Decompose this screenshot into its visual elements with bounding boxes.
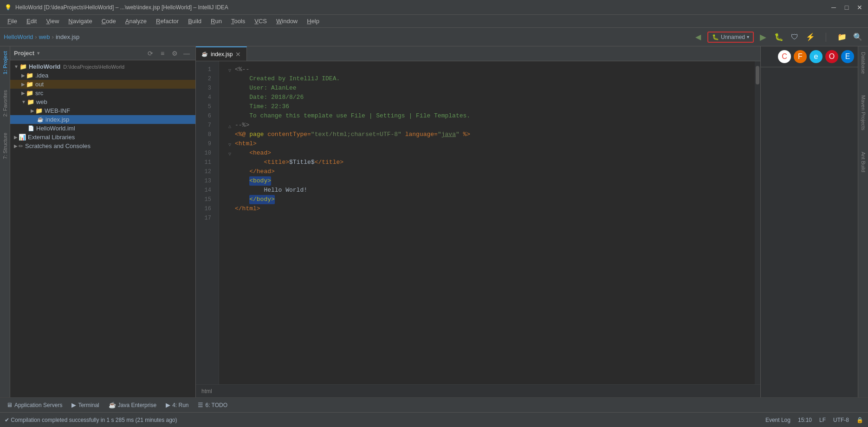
javaee-tab[interactable]: ☕ Java Enterprise: [105, 400, 160, 410]
tree-extlib[interactable]: ▶ 📊 External Libraries: [10, 133, 195, 142]
menu-view[interactable]: View: [42, 16, 63, 26]
breadcrumb-project[interactable]: HelloWorld: [4, 33, 33, 40]
menu-window[interactable]: Window: [272, 16, 301, 26]
tree-webinf[interactable]: ▶ 📁 WEB-INF: [10, 106, 195, 115]
menu-analyze[interactable]: Analyze: [122, 16, 150, 26]
close-button[interactable]: ✕: [856, 4, 863, 11]
menu-navigate[interactable]: Navigate: [65, 16, 96, 26]
menu-run[interactable]: Run: [207, 16, 226, 26]
debug-button[interactable]: 🐛: [772, 31, 785, 44]
title-bar-left: 💡 HelloWorld [D:\IdeaProjects\HelloWorld…: [5, 4, 228, 11]
code-editor[interactable]: 12345 678910 1112131415 1617 ▽ <%-- Crea…: [196, 61, 755, 384]
ant-tab[interactable]: Ant Build: [860, 148, 867, 176]
favorites-strip-tab[interactable]: 2: Favorites: [1, 87, 9, 119]
edge-icon[interactable]: E: [841, 50, 854, 63]
coverage-button[interactable]: 🛡: [788, 31, 801, 44]
tree-root[interactable]: ▼ 📁 HelloWorld D:\IdeaProjects\HelloWorl…: [10, 62, 195, 71]
vertical-scrollbar[interactable]: [755, 61, 760, 384]
minimize-panel-button[interactable]: —: [181, 48, 192, 58]
out-arrow: ▶: [21, 82, 25, 87]
cursor-position[interactable]: 15:10: [798, 417, 812, 423]
menu-vcs[interactable]: VCS: [251, 16, 271, 26]
tab-close-button[interactable]: ✕: [235, 51, 241, 58]
separator1: │: [820, 31, 833, 44]
terminal-tab[interactable]: ▶ Terminal: [68, 400, 103, 410]
settings-button[interactable]: ⚙: [169, 48, 180, 58]
fold-16: [227, 206, 233, 212]
database-tab[interactable]: Database: [860, 48, 867, 78]
tree-web[interactable]: ▼ 📁 web: [10, 97, 195, 106]
maximize-button[interactable]: □: [843, 4, 850, 11]
search-everywhere[interactable]: 🔍: [851, 31, 864, 44]
project-header-left: Project ▾: [14, 50, 39, 57]
idea-label: .idea: [35, 72, 48, 79]
minimize-button[interactable]: ─: [830, 4, 837, 11]
status-text: Compilation completed successfully in 1 …: [11, 417, 177, 423]
code-line-9: ▽ <html>: [227, 139, 747, 149]
fold-1[interactable]: ▽: [227, 66, 233, 73]
run-config-button[interactable]: 🐛 Unnamed ▾: [707, 32, 754, 43]
menu-code[interactable]: Code: [98, 16, 120, 26]
tree-helloitml[interactable]: 📄 HelloWorld.iml: [10, 124, 195, 133]
todo-label: 6: TODO: [205, 402, 227, 408]
appservers-icon: 🖥: [6, 401, 13, 408]
scrollbar-thumb[interactable]: [756, 66, 759, 84]
run-button[interactable]: ▶: [757, 31, 770, 44]
fold-10[interactable]: ▽: [227, 150, 233, 156]
breadcrumb-web[interactable]: web: [39, 33, 50, 40]
fold-11: [227, 159, 233, 166]
run-config-dropdown[interactable]: ▾: [747, 34, 749, 39]
encoding[interactable]: UTF-8: [833, 417, 849, 423]
status-right: Event Log 15:10 LF UTF-8 🔒: [765, 417, 863, 423]
appservers-tab[interactable]: 🖥 Application Servers: [3, 400, 66, 410]
fold-9[interactable]: ▽: [227, 141, 233, 147]
fold-7[interactable]: △: [227, 122, 233, 129]
chrome-icon[interactable]: C: [778, 50, 791, 63]
tree-indexjsp[interactable]: ☕ index.jsp: [10, 115, 195, 124]
line-ending[interactable]: LF: [819, 417, 826, 423]
browser3-icon[interactable]: e: [810, 50, 823, 63]
vcs-button[interactable]: 📁: [836, 31, 849, 44]
todo-icon: ☰: [198, 401, 203, 408]
run-config-arrow-left[interactable]: ◀: [692, 31, 705, 44]
tree-out[interactable]: ▶ 📁 out: [10, 80, 195, 89]
tree-idea[interactable]: ▶ 📁 .idea: [10, 71, 195, 80]
webinf-label: WEB-INF: [45, 107, 70, 114]
fold-13: [227, 178, 233, 184]
structure-strip-tab[interactable]: 7: Structure: [1, 130, 9, 162]
opera-icon[interactable]: O: [825, 50, 838, 63]
toolbar-right: ◀ 🐛 Unnamed ▾ ▶ 🐛 🛡 ⚡ │ 📁 🔍: [692, 31, 864, 44]
firefox-icon[interactable]: F: [794, 50, 807, 63]
menu-edit[interactable]: Edit: [23, 16, 40, 26]
tree-scratches[interactable]: ▶ ✏ Scratches and Consoles: [10, 142, 195, 150]
terminal-label: Terminal: [78, 402, 99, 408]
project-dropdown-arrow[interactable]: ▾: [37, 51, 39, 56]
menu-refactor[interactable]: Refactor: [152, 16, 182, 26]
menu-help[interactable]: Help: [303, 16, 323, 26]
event-log-button[interactable]: Event Log: [765, 417, 790, 423]
project-title: Project: [14, 50, 34, 57]
code-content[interactable]: ▽ <%-- Created by IntelliJ IDEA. User: A…: [219, 61, 755, 384]
web-folder-icon: 📁: [27, 98, 34, 105]
code-line-16: </html>: [227, 204, 747, 214]
menu-tools[interactable]: Tools: [227, 16, 249, 26]
breadcrumb-file[interactable]: index.jsp: [56, 33, 79, 40]
code-line-14: Hello World!: [227, 186, 747, 195]
tree-src[interactable]: ▶ 📁 src: [10, 89, 195, 97]
run-tab[interactable]: ▶ 4: Run: [162, 400, 192, 410]
profiler-button[interactable]: ⚡: [804, 31, 817, 44]
idea-folder-icon: 📁: [26, 72, 33, 79]
iml-icon: 📄: [28, 125, 34, 131]
code-line-3: User: AlanLee: [227, 84, 747, 93]
line-numbers: 12345 678910 1112131415 1617: [196, 61, 219, 384]
scratches-label: Scratches and Consoles: [25, 142, 91, 149]
project-strip-tab[interactable]: 1: Project: [1, 48, 9, 77]
collapse-all-button[interactable]: ≡: [157, 48, 168, 58]
menu-build[interactable]: Build: [184, 16, 205, 26]
editor-wrapper: 12345 678910 1112131415 1617 ▽ <%-- Crea…: [196, 61, 760, 384]
menu-file[interactable]: File: [4, 16, 21, 26]
todo-tab[interactable]: ☰ 6: TODO: [194, 400, 231, 410]
sync-button[interactable]: ⟳: [145, 48, 155, 58]
maven-tab[interactable]: Maven Projects: [860, 91, 867, 134]
tab-indexjsp[interactable]: ☕ index.jsp ✕: [196, 46, 247, 61]
